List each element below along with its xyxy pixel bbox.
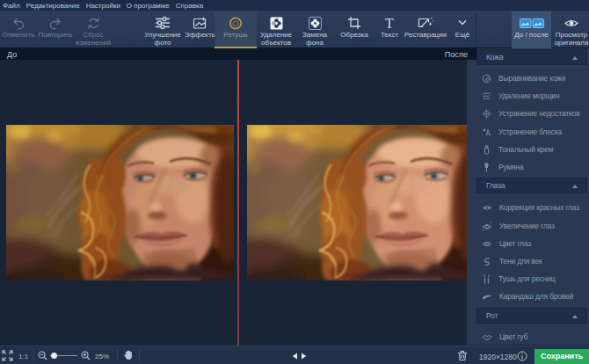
svg-text:T: T	[385, 16, 394, 30]
